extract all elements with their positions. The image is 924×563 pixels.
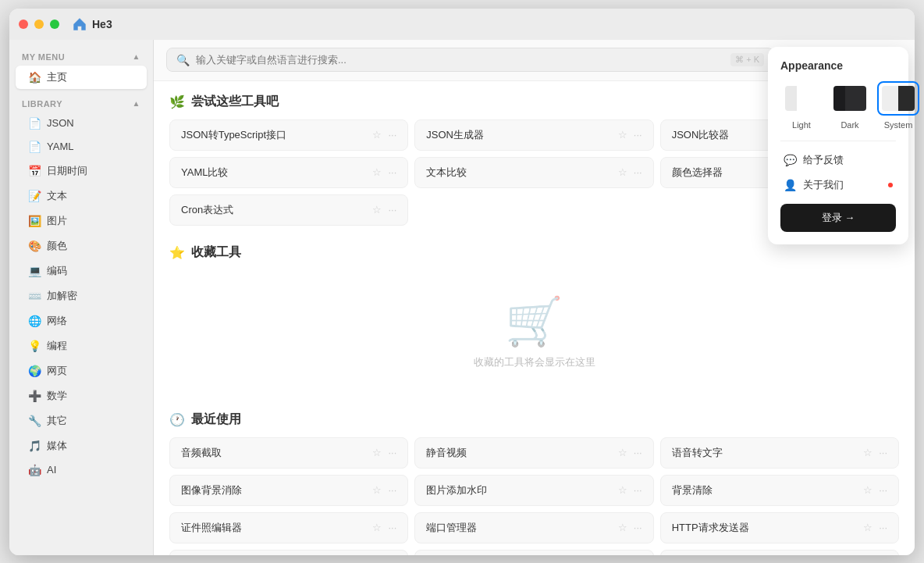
recent-tools-grid: 音频截取 ☆··· 静音视频 ☆··· 语音转文字 ☆··· 图像背景消除 <box>169 437 899 555</box>
star-icon[interactable]: ☆ <box>372 129 382 141</box>
more-icon[interactable]: ··· <box>634 129 642 141</box>
star-icon[interactable]: ☆ <box>372 484 382 496</box>
tool-card[interactable]: 语音转文字 ☆··· <box>660 437 899 469</box>
more-icon[interactable]: ··· <box>388 484 396 496</box>
sidebar-item-crypto[interactable]: ⌨️ 加解密 <box>16 284 147 308</box>
tool-card[interactable]: Markdown 预览 ☆··· <box>660 550 899 555</box>
more-icon[interactable]: ··· <box>388 129 396 141</box>
tool-card[interactable]: 背景清除 ☆··· <box>660 475 899 506</box>
tool-card[interactable]: 微信公众号编辑器 ☆··· <box>169 550 408 555</box>
library-header: LIBRARY ▲ <box>9 96 153 112</box>
tool-card[interactable]: HTTP请求发送器 ☆··· <box>660 512 899 543</box>
tool-card[interactable]: 图像背景消除 ☆··· <box>169 475 408 506</box>
theme-option-system[interactable]: System <box>877 81 919 130</box>
sidebar-item-color[interactable]: 🎨 颜色 <box>16 234 147 258</box>
more-icon[interactable]: ··· <box>879 484 887 496</box>
empty-cart-icon: 🛒 <box>505 294 563 349</box>
about-menu-item[interactable]: 👤 关于我们 <box>780 173 896 198</box>
titlebar: He3 <box>9 9 915 40</box>
search-shortcut: ⌘ + K <box>730 53 764 66</box>
about-icon: 👤 <box>784 179 797 191</box>
tool-card[interactable]: 端口管理器 ☆··· <box>414 512 653 543</box>
star-icon[interactable]: ☆ <box>863 522 872 533</box>
sidebar-item-programming[interactable]: 💡 编程 <box>16 334 147 358</box>
sidebar-item-home[interactable]: 🏠 主页 <box>16 66 147 89</box>
sidebar-item-other[interactable]: 🔧 其它 <box>16 409 147 433</box>
appearance-title: Appearance <box>780 59 896 72</box>
sidebar-item-json[interactable]: 📄 JSON <box>16 112 147 134</box>
crypto-icon: ⌨️ <box>28 290 41 302</box>
sidebar-item-encode[interactable]: 💻 编码 <box>16 259 147 283</box>
more-icon[interactable]: ··· <box>388 166 396 178</box>
yaml-icon: 📄 <box>28 141 41 153</box>
tool-card[interactable]: JSON转TypeScript接口 ☆ ··· <box>169 119 408 151</box>
sidebar-item-media[interactable]: 🎵 媒体 <box>16 434 147 458</box>
more-icon[interactable]: ··· <box>634 166 642 178</box>
programming-icon: 💡 <box>28 340 41 352</box>
tool-card[interactable]: JSON生成器 ☆ ··· <box>414 119 653 151</box>
math-icon: ➕ <box>28 390 41 402</box>
tool-card[interactable]: YAML比较 ☆ ··· <box>169 157 408 188</box>
tool-card[interactable]: Cron表达式 ☆ ··· <box>169 194 408 226</box>
tool-card[interactable]: 文本比较 ☆ ··· <box>414 157 653 188</box>
search-bar[interactable]: 🔍 ⌘ + K <box>166 48 774 72</box>
more-icon[interactable]: ··· <box>634 522 642 533</box>
theme-preview-system <box>880 84 916 112</box>
star-icon[interactable]: ☆ <box>618 522 627 533</box>
sidebar-item-ai[interactable]: 🤖 AI <box>16 459 147 481</box>
my-menu-chevron[interactable]: ▲ <box>133 52 140 61</box>
tool-card[interactable]: 图片添加水印 ☆··· <box>414 475 653 506</box>
text-icon: 📝 <box>28 190 41 202</box>
image-icon: 🖼️ <box>28 215 41 227</box>
tool-card[interactable]: 文件存储管理 ☆··· <box>414 550 653 555</box>
star-icon[interactable]: ☆ <box>863 447 872 458</box>
more-icon[interactable]: ··· <box>879 447 887 458</box>
recent-title: 🕐 最近使用 <box>169 412 899 428</box>
tool-card[interactable]: 音频截取 ☆··· <box>169 437 408 469</box>
feedback-menu-item[interactable]: 💬 给予反馈 <box>780 148 896 173</box>
sidebar-item-image[interactable]: 🖼️ 图片 <box>16 209 147 233</box>
more-icon[interactable]: ··· <box>879 522 887 533</box>
star-icon[interactable]: ☆ <box>618 484 627 496</box>
sidebar: MY MENU ▲ 🏠 主页 LIBRARY ▲ 📄 JSON 📄 YAML 📅 <box>9 40 154 555</box>
star-icon[interactable]: ☆ <box>618 447 627 458</box>
search-input[interactable] <box>196 54 724 66</box>
more-icon[interactable]: ··· <box>388 204 396 216</box>
sidebar-item-web[interactable]: 🌍 网页 <box>16 359 147 383</box>
maximize-button[interactable] <box>50 20 59 29</box>
recent-icon: 🕐 <box>169 412 185 427</box>
star-icon[interactable]: ☆ <box>372 447 382 458</box>
tool-card[interactable]: 证件照编辑器 ☆··· <box>169 512 408 543</box>
more-icon[interactable]: ··· <box>634 447 642 458</box>
tool-actions: ☆ ··· <box>618 166 642 178</box>
theme-option-dark[interactable]: Dark <box>829 81 871 130</box>
sidebar-item-yaml[interactable]: 📄 YAML <box>16 136 147 158</box>
more-icon[interactable]: ··· <box>388 447 396 458</box>
more-icon[interactable]: ··· <box>634 484 642 496</box>
tool-card[interactable]: 静音视频 ☆··· <box>414 437 653 469</box>
app-logo: He3 <box>72 16 112 32</box>
sidebar-item-network[interactable]: 🌐 网络 <box>16 309 147 333</box>
sidebar-item-text[interactable]: 📝 文本 <box>16 184 147 208</box>
sidebar-item-datetime[interactable]: 📅 日期时间 <box>16 159 147 183</box>
library-chevron[interactable]: ▲ <box>133 99 140 108</box>
tool-actions: ☆ ··· <box>372 204 396 216</box>
sidebar-item-math[interactable]: ➕ 数学 <box>16 384 147 408</box>
star-icon[interactable]: ☆ <box>372 204 382 216</box>
more-icon[interactable]: ··· <box>388 522 396 533</box>
star-icon[interactable]: ☆ <box>618 129 627 141</box>
minimize-button[interactable] <box>34 20 44 29</box>
home-icon: 🏠 <box>28 71 41 84</box>
login-button[interactable]: 登录 → <box>780 204 896 232</box>
theme-option-light[interactable]: Light <box>780 81 823 130</box>
star-icon[interactable]: ☆ <box>372 522 382 533</box>
tool-actions: ☆ ··· <box>618 129 642 141</box>
ai-icon: 🤖 <box>28 464 41 476</box>
datetime-icon: 📅 <box>28 165 41 177</box>
close-button[interactable] <box>19 20 28 29</box>
star-icon[interactable]: ☆ <box>618 166 627 178</box>
theme-preview-dark <box>832 84 868 112</box>
theme-preview-light-wrap <box>780 81 823 116</box>
star-icon[interactable]: ☆ <box>863 484 872 496</box>
star-icon[interactable]: ☆ <box>372 166 382 178</box>
